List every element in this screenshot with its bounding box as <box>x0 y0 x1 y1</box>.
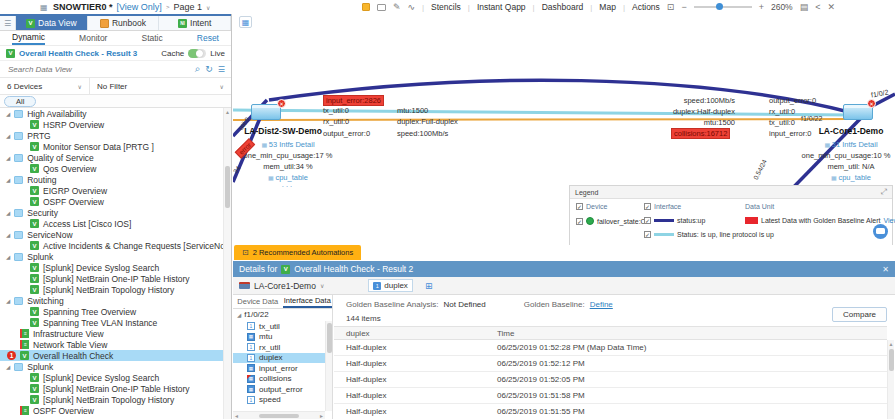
sidebar-tree-item[interactable]: ◢Splunk <box>0 361 223 372</box>
data-label[interactable]: mtu:1500 <box>397 106 428 115</box>
scroll-left-arrow[interactable]: ◄ <box>234 413 239 419</box>
stencils-button[interactable]: Stencils <box>431 2 461 12</box>
data-label[interactable]: output_error:0 <box>323 129 370 138</box>
alert-data-label[interactable]: collisions:16712 <box>671 128 730 139</box>
data-label[interactable]: rx_util:0 <box>323 117 349 126</box>
search-icon[interactable]: ⌕ <box>195 63 201 75</box>
map-layout-icon[interactable]: ▦ <box>239 16 252 28</box>
actions-button[interactable]: Actions <box>632 2 660 12</box>
page-dropdown-icon[interactable]: ∨ <box>206 4 210 11</box>
sidebar-tree-item[interactable]: V[Splunk] Device Syslog Search <box>0 372 223 383</box>
scrollbar-thumb[interactable] <box>259 414 299 418</box>
device-selector[interactable]: LA-Core1-Demo <box>254 281 316 291</box>
scroll-right-arrow[interactable]: ► <box>319 413 324 419</box>
scroll-up-arrow[interactable]: ▲ <box>224 108 231 116</box>
expander-icon[interactable]: ◢ <box>237 312 241 318</box>
scrollbar-thumb[interactable] <box>327 323 332 353</box>
define-link[interactable]: Define <box>590 300 613 309</box>
table-scrollbar[interactable]: ▲ <box>887 340 894 419</box>
sidebar-tree-item[interactable]: ◢Quality of Service <box>0 152 223 163</box>
sidebar-tree-item[interactable]: V[Splunk] NetBrain Topology History <box>0 394 223 405</box>
checkbox[interactable]: ✓ <box>644 217 651 224</box>
field-picker-icon[interactable]: ⊞ <box>425 281 433 291</box>
field-tree-item[interactable]: 1rx_util <box>233 342 325 353</box>
sidebar-tree-item[interactable]: VAccess List [Cisco IOS] <box>0 218 223 229</box>
device-alert-badge[interactable]: ✕ <box>277 99 286 108</box>
tab-device-data[interactable]: Device Data <box>233 295 283 308</box>
more-link[interactable]: ... <box>233 180 343 189</box>
data-filter-select[interactable]: No Filter ∨ <box>90 78 231 94</box>
field-chip[interactable]: 1 duplex <box>368 279 413 292</box>
current-result-label[interactable]: Overall Health Check - Result 3 <box>19 49 137 58</box>
checkbox[interactable]: ✓ <box>644 203 651 210</box>
sidebar-tree-item[interactable]: ◢ServiceNow <box>0 229 223 240</box>
reset-link[interactable]: Reset <box>197 33 219 43</box>
legend-expand-icon[interactable]: ⤢ <box>881 187 887 197</box>
interface-tree-root[interactable]: ◢ f1/0/22 <box>233 309 332 320</box>
expander-icon[interactable]: ◢ <box>6 364 10 370</box>
zoom-in-icon[interactable]: + <box>759 2 764 12</box>
scrollbar-thumb[interactable] <box>889 349 894 371</box>
cache-live-toggle[interactable] <box>188 49 206 58</box>
sidebar-tree-item[interactable]: V[Splunk] NetBrain One-IP Table History <box>0 383 223 394</box>
legend-view-link[interactable]: View <box>883 217 895 224</box>
table-row[interactable]: Half-duplex06/25/2019 01:52:28 PM (Map D… <box>334 340 887 356</box>
field-tree-item[interactable]: 1duplex <box>233 353 325 364</box>
expander-icon[interactable]: ◢ <box>6 298 10 304</box>
data-label[interactable]: mtu:1500 <box>643 118 735 127</box>
sidebar-tree-item[interactable]: ◢Switching <box>0 295 223 306</box>
sidebar-tree-item[interactable]: ◢High Availability <box>0 108 223 119</box>
shape-fill-icon[interactable] <box>362 3 370 11</box>
sidebar-tree-item[interactable]: V[Splunk] NetBrain One-IP Table History <box>0 273 223 284</box>
field-tree-item[interactable]: ▦input_error <box>233 363 325 374</box>
field-tree-item[interactable]: 1tx_util <box>233 321 325 332</box>
zoom-slider[interactable] <box>694 6 752 8</box>
tab-data-view[interactable]: V Data View <box>16 16 88 30</box>
sidebar-tree-item[interactable]: V[Splunk] NetBrain Topology History <box>0 284 223 295</box>
dashboard-button[interactable]: Dashboard <box>542 2 584 12</box>
sidebar-tree-item[interactable]: V[Splunk] Device Syslog Search <box>0 262 223 273</box>
data-label[interactable]: output_error:0 <box>769 96 816 105</box>
sidebar-tree-item[interactable]: VSpanning Tree VLAN Instance <box>0 317 223 328</box>
compare-button[interactable]: Compare <box>832 307 887 322</box>
expander-icon[interactable]: ◢ <box>6 210 10 216</box>
data-label[interactable]: rx_util:0 <box>769 107 795 116</box>
subtab-monitor[interactable]: Monitor <box>79 33 107 43</box>
data-label[interactable]: speed:100Mb/s <box>397 129 448 138</box>
tab-interface-data[interactable]: Interface Data <box>283 295 333 308</box>
search-input[interactable] <box>6 64 190 75</box>
sidebar-tree-item[interactable]: 1VOverall Health Check <box>0 350 223 361</box>
field-tree-scrollbar[interactable] <box>325 321 332 411</box>
close-map-icon[interactable]: ✕ <box>827 2 835 12</box>
checkbox[interactable]: ✓ <box>576 203 583 210</box>
close-details-icon[interactable]: ✕ <box>882 265 889 274</box>
checkbox[interactable]: ✓ <box>644 231 651 238</box>
table-row[interactable]: Half-duplex06/25/2019 01:51:55 PM <box>334 404 887 419</box>
expander-icon[interactable]: ◢ <box>6 177 10 183</box>
workspace-grid-icon[interactable]: ▦ <box>40 3 49 12</box>
sidebar-tree-item[interactable]: ≡Network Table View <box>0 339 223 350</box>
subtab-dynamic[interactable]: Dynamic <box>12 32 45 45</box>
intfs-detail-link[interactable]: ▦ 31 Intfs Detail <box>791 140 895 149</box>
fit-screen-icon[interactable]: ⊡ <box>667 2 675 12</box>
data-label[interactable]: speed:100Mb/s <box>643 96 735 105</box>
map-canvas[interactable]: ▦ ✕ LA-Dist2-SW-Demo ▦ 53 Intfs Detail o… <box>233 14 895 245</box>
sidebar-tree-item[interactable]: ≡OSPF Overview <box>0 405 223 416</box>
field-tree-item[interactable]: ▦collisions <box>233 374 325 385</box>
share-icon[interactable]: < <box>815 2 820 12</box>
assistant-chat-button[interactable] <box>873 224 888 239</box>
sidebar-tree-item[interactable]: ◢Security <box>0 207 223 218</box>
menu-icon[interactable]: ☰ <box>218 65 225 74</box>
map-menu-button[interactable]: Map <box>599 2 616 12</box>
device-filter-select[interactable]: 6 Devices ∨ <box>0 78 90 94</box>
sidebar-tree-item[interactable]: VQos Overview <box>0 163 223 174</box>
sidebar-tree-item[interactable]: VEIGRP Overview <box>0 185 223 196</box>
sidebar-scrollbar[interactable]: ▲ <box>223 108 231 419</box>
field-tree-item[interactable]: 1speed <box>233 395 325 406</box>
sidebar-tree-item[interactable]: ◢PRTG <box>0 130 223 141</box>
table-row[interactable]: Half-duplex06/25/2019 01:51:58 PM <box>334 388 887 404</box>
subtab-static[interactable]: Static <box>141 33 162 43</box>
page-title[interactable]: Page 1 <box>173 2 202 12</box>
scrollbar-thumb[interactable] <box>225 166 230 208</box>
zoom-slider-knob[interactable] <box>716 3 723 10</box>
